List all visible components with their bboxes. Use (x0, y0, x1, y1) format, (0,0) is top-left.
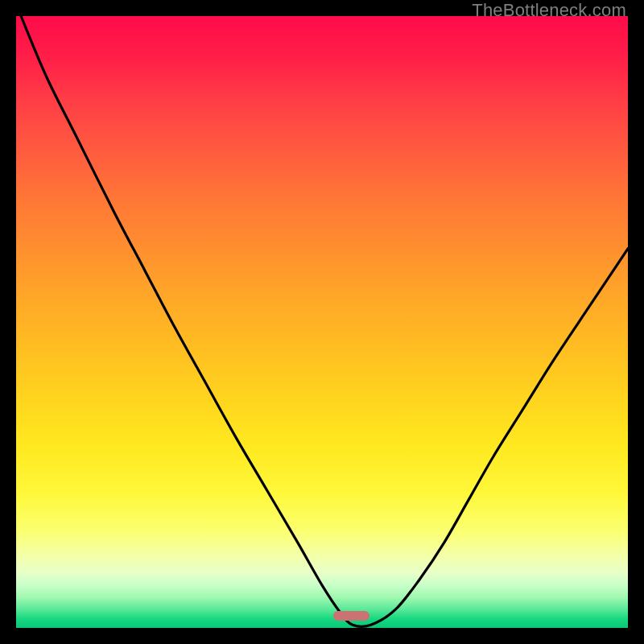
optimal-marker (333, 611, 370, 621)
bottleneck-curve (21, 16, 628, 626)
watermark-text: TheBottleneck.com (472, 0, 626, 21)
plot-area (16, 16, 628, 628)
curve-layer (16, 16, 628, 628)
chart-frame: TheBottleneck.com (0, 0, 644, 644)
